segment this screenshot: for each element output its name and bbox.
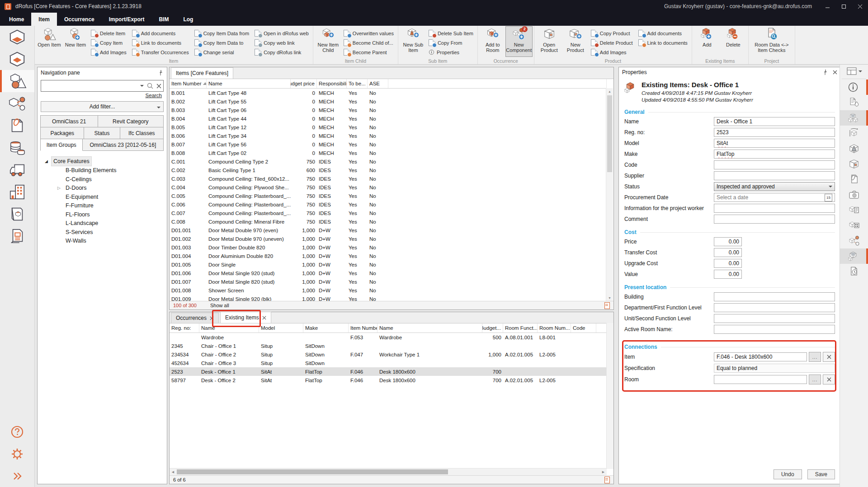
show-all-link[interactable]: Show all	[210, 303, 229, 308]
existing-items-tab[interactable]: Existing Items	[220, 312, 271, 323]
tree-item[interactable]: D-Doors	[39, 184, 165, 193]
horizontal-scrollbar[interactable]: ◀ ▶	[170, 468, 607, 475]
become-parent-button[interactable]: Become Parent	[341, 47, 396, 57]
item-row[interactable]: D01.008Shower Screen1,000 D+WYesNo	[170, 286, 607, 295]
open-in-drofus-web-button[interactable]: Open in dRofus web	[252, 28, 311, 38]
cost-field[interactable]: 0.00	[714, 259, 742, 268]
tool-occurrences[interactable]	[840, 233, 868, 248]
export-icon[interactable]	[604, 477, 610, 483]
item-row[interactable]: D01.007Door Metal Single 820 (stud)1,000…	[170, 277, 607, 286]
cost-field[interactable]: 0.00	[714, 237, 742, 246]
delete-sub-item-button[interactable]: Delete Sub Item	[426, 28, 476, 38]
nav-tab-omniclass23[interactable]: OmniClass 23 [2012-05-16]	[82, 139, 164, 151]
nav-tab-omniclass21[interactable]: OmniClass 21	[40, 115, 98, 127]
pin-icon[interactable]	[822, 69, 828, 75]
tool-barcodes[interactable]	[840, 218, 868, 233]
name-field[interactable]: Desk - Office 1	[714, 117, 835, 126]
settings-button[interactable]	[0, 443, 34, 465]
tree-item[interactable]: F-Furniture	[39, 201, 165, 211]
item-row[interactable]: B.004Lift Cart Type 440 MECHYesNo	[170, 114, 607, 123]
nav-tab-revit-category[interactable]: Revit Category	[98, 115, 164, 127]
scroll-up-icon[interactable]: ▲	[606, 88, 613, 94]
search-link[interactable]: Search	[42, 93, 162, 98]
sidebar-item-occurrences[interactable]	[0, 92, 34, 114]
item-row[interactable]: B.007Lift Cart Type 560 MECHYesNo	[170, 140, 607, 149]
tab-import-export[interactable]: Import/Export	[102, 13, 152, 26]
code-field[interactable]	[714, 160, 835, 169]
item-row[interactable]: C.005Compound Ceiling: Plasterboard_...7…	[170, 192, 607, 200]
room-data-item-checks-button[interactable]: Room Data <-> Item Checks	[750, 27, 793, 56]
pin-icon[interactable]	[157, 70, 164, 76]
present-location-field[interactable]	[714, 303, 835, 312]
item-row[interactable]: D01.003Door Timber Double 8201,000 D+WYe…	[170, 243, 607, 252]
search-icon[interactable]	[146, 82, 154, 89]
project-worker-info-field[interactable]	[714, 204, 835, 213]
item-row[interactable]: D01.009Door Metal Single 920 (blk)1,000 …	[170, 295, 607, 301]
change-serial-button[interactable]: Change serial	[192, 47, 251, 57]
tool-sub-items[interactable]	[840, 141, 868, 156]
panel-layout-button[interactable]	[840, 65, 868, 78]
link-to-documents-button[interactable]: Link to documents	[130, 38, 191, 47]
procurement-date-field[interactable]: Select a date 15	[714, 193, 835, 202]
item-row[interactable]: C.007Compound Ceiling: Plasterboard_...7…	[170, 209, 607, 217]
tool-product-box[interactable]	[840, 156, 868, 172]
new-sub-item-button[interactable]: New Sub Item	[400, 27, 426, 56]
calendar-icon[interactable]: 15	[825, 194, 832, 201]
add-images-button[interactable]: Add Images	[89, 47, 129, 57]
search-options-chevron-icon[interactable]	[140, 85, 144, 89]
existing-item-row[interactable]: 2523Desk - Office 1SitAtFlatTop F.046Des…	[170, 367, 607, 376]
clear-room-button[interactable]	[823, 375, 835, 384]
comment-field[interactable]	[714, 215, 835, 224]
sidebar-item-finance[interactable]	[0, 136, 34, 159]
tool-existing-items[interactable]	[840, 248, 868, 264]
sidebar-item-rooms[interactable]	[0, 26, 34, 48]
col-name[interactable]: Name	[199, 323, 259, 332]
cost-field[interactable]: 0.00	[714, 248, 742, 257]
close-panel-icon[interactable]	[833, 70, 837, 75]
col-budget[interactable]: Budget...	[482, 323, 503, 332]
scroll-right-icon[interactable]: ▶	[600, 468, 607, 475]
product-link-to-documents-button[interactable]: Link to documents	[636, 38, 690, 47]
col-room-function[interactable]: Room Funct...	[503, 323, 538, 332]
search-input[interactable]	[41, 82, 137, 89]
scroll-down-icon[interactable]: ▼	[606, 295, 613, 301]
tree-root[interactable]: ◢ Core Features	[39, 156, 165, 166]
col-room-number[interactable]: Room Num...	[538, 323, 571, 332]
item-row[interactable]: C.003Compound Ceiling: Tiled_600x12...75…	[170, 174, 607, 183]
new-product-button[interactable]: New Product	[562, 27, 589, 56]
existing-item-row[interactable]: Wardrobe F.053Wardrobe500 A.08.01.001L8-…	[170, 333, 607, 342]
delete-item-button[interactable]: Delete Item	[89, 28, 129, 38]
item-row[interactable]: D01.001Door Metal Double 970 (even)1,000…	[170, 226, 607, 234]
new-item-button[interactable]: New Item	[62, 27, 89, 56]
transfer-occurrences-button[interactable]: Transfer Occurrences	[130, 47, 191, 57]
become-child-of-button[interactable]: Become Child of...	[341, 38, 396, 47]
col-model[interactable]: Model	[259, 323, 303, 332]
connection-item-field[interactable]: F.046 - Desk 1800x600	[714, 352, 807, 361]
item-row[interactable]: D01.004Door Aluminium Double 8201,000 D+…	[170, 252, 607, 260]
present-location-field[interactable]	[714, 325, 835, 334]
cost-field[interactable]: 0.00	[714, 270, 742, 279]
tool-bim-objects[interactable]	[840, 126, 868, 141]
tree-item[interactable]: B-Building Elements	[39, 166, 165, 175]
reg-no-field[interactable]: 2523	[714, 128, 835, 137]
tree-item[interactable]: W-Walls	[39, 237, 165, 246]
browse-item-button[interactable]: ...	[809, 352, 821, 362]
sidebar-item-buildings[interactable]	[0, 181, 34, 203]
sidebar-item-documents[interactable]	[0, 114, 34, 136]
help-button[interactable]	[0, 421, 34, 443]
tool-specification[interactable]	[840, 95, 868, 110]
copy-item-button[interactable]: Copy Item	[89, 38, 129, 47]
close-tab-icon[interactable]	[210, 316, 214, 320]
supplier-field[interactable]	[714, 171, 835, 180]
sidebar-item-reports[interactable]	[0, 225, 34, 247]
copy-product-button[interactable]: Copy Product	[589, 28, 635, 38]
close-tab-icon[interactable]	[262, 316, 266, 320]
item-row[interactable]: B.008Lift Cart Type 020 MECHYesNo	[170, 149, 607, 157]
sidebar-item-items[interactable]	[0, 70, 34, 92]
sidebar-item-logistics[interactable]	[0, 159, 34, 181]
tool-log[interactable]	[840, 264, 868, 279]
items-tab[interactable]: Items [Core Features]	[171, 67, 233, 79]
tool-classification[interactable]	[840, 202, 868, 218]
add-to-room-button[interactable]: Add to Room	[480, 27, 506, 56]
col-item-number[interactable]: Item Number	[349, 323, 377, 332]
